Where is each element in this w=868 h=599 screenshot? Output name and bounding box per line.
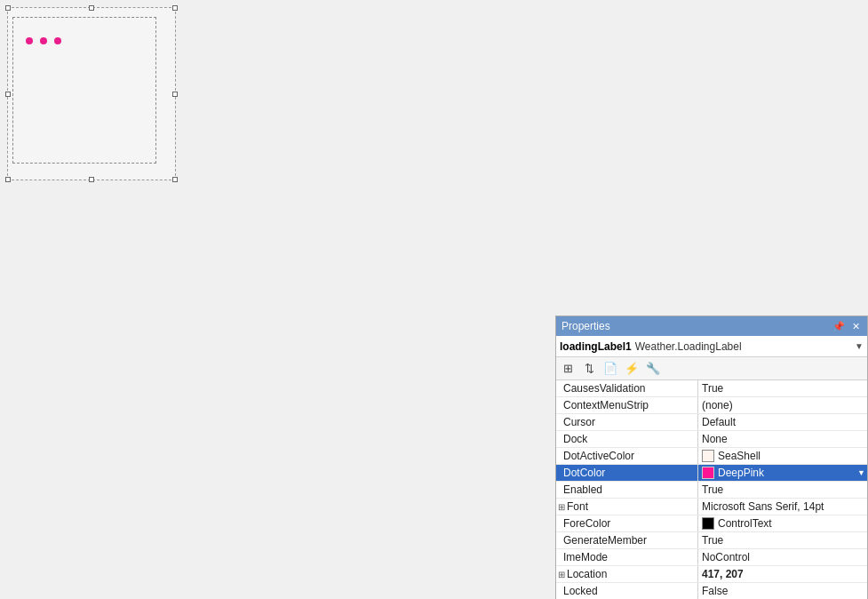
prop-row-forecolor[interactable]: ForeColor ControlText	[556, 515, 867, 532]
prop-name-forecolor: ForeColor	[556, 515, 698, 531]
prop-row-imemode[interactable]: ImeMode NoControl	[556, 549, 867, 566]
events-icon[interactable]: ⚡	[622, 359, 641, 379]
prop-value-forecolor: ControlText	[698, 515, 867, 531]
handle-bl[interactable]	[5, 177, 11, 182]
properties-table: CausesValidation True ContextMenuStrip (…	[556, 380, 867, 599]
panel-titlebar: Properties 📌 ✕	[556, 316, 867, 336]
prop-name-enabled: Enabled	[556, 482, 698, 498]
prop-value-imemode: NoControl	[698, 549, 867, 565]
component-name: loadingLabel1	[560, 340, 632, 353]
prop-name-cursor: Cursor	[556, 414, 698, 430]
prop-row-cursor[interactable]: Cursor Default	[556, 414, 867, 431]
handle-tr[interactable]	[172, 5, 178, 11]
dot-container	[26, 37, 61, 44]
wrench-icon[interactable]: 🔧	[643, 359, 663, 379]
prop-name-dotcolor: DotColor	[556, 465, 698, 481]
designer-canvas	[0, 0, 551, 599]
prop-row-dock[interactable]: Dock None	[556, 431, 867, 448]
handle-tm[interactable]	[89, 5, 94, 11]
component-type: Weather.LoadingLabel	[635, 340, 855, 353]
handle-br[interactable]	[172, 177, 178, 182]
prop-row-generatemember[interactable]: GenerateMember True	[556, 532, 867, 549]
prop-row-locked[interactable]: Locked False	[556, 583, 867, 599]
properties-panel: Properties 📌 ✕ loadingLabel1 Weather.Loa…	[555, 315, 868, 599]
prop-name-contextmenustrip: ContextMenuStrip	[556, 397, 698, 413]
prop-name-dock: Dock	[556, 431, 698, 447]
prop-value-generatemember: True	[698, 532, 867, 548]
font-expand-icon[interactable]: ⊞	[558, 502, 565, 512]
prop-name-causesvalidation: CausesValidation	[556, 380, 698, 396]
prop-name-generatemember: GenerateMember	[556, 532, 698, 548]
location-value: 417, 207	[702, 568, 744, 580]
prop-value-dotcolor: DeepPink ▼	[698, 465, 867, 481]
grid-icon[interactable]: ⊞	[558, 359, 577, 379]
dot-1	[26, 37, 33, 44]
prop-row-contextmenustrip[interactable]: ContextMenuStrip (none)	[556, 397, 867, 414]
prop-value-location: 417, 207	[698, 566, 867, 582]
prop-value-locked: False	[698, 583, 867, 599]
prop-value-enabled: True	[698, 482, 867, 498]
property-pages-icon[interactable]: 📄	[601, 359, 620, 379]
prop-value-contextmenustrip: (none)	[698, 397, 867, 413]
handle-bm[interactable]	[89, 177, 94, 182]
prop-value-font: Microsoft Sans Serif, 14pt	[698, 499, 867, 515]
handle-tl[interactable]	[5, 5, 11, 11]
dot-3	[54, 37, 61, 44]
pin-button[interactable]: 📌	[831, 321, 847, 332]
prop-row-dotactivecolor[interactable]: DotActiveColor SeaShell	[556, 448, 867, 465]
prop-row-location[interactable]: ⊞Location 417, 207	[556, 566, 867, 583]
prop-value-cursor: Default	[698, 414, 867, 430]
prop-name-dotactivecolor: DotActiveColor	[556, 448, 698, 464]
inner-selection	[12, 17, 156, 164]
component-dropdown-arrow[interactable]: ▼	[855, 341, 864, 351]
prop-name-imemode: ImeMode	[556, 549, 698, 565]
form-control[interactable]	[7, 7, 176, 180]
handle-ml[interactable]	[5, 92, 11, 97]
dotactivecolor-swatch	[702, 450, 714, 462]
prop-name-font: ⊞Font	[556, 499, 698, 515]
location-expand-icon[interactable]: ⊞	[558, 570, 565, 579]
prop-row-causesvalidation[interactable]: CausesValidation True	[556, 380, 867, 397]
titlebar-buttons: 📌 ✕	[831, 321, 862, 332]
close-button[interactable]: ✕	[850, 321, 862, 332]
dotcolor-dropdown-arrow[interactable]: ▼	[857, 468, 867, 477]
prop-row-font[interactable]: ⊞Font Microsoft Sans Serif, 14pt	[556, 499, 867, 515]
prop-value-causesvalidation: True	[698, 380, 867, 396]
sort-icon[interactable]: ⇅	[579, 359, 599, 379]
dotcolor-swatch	[702, 467, 714, 479]
prop-value-dotactivecolor: SeaShell	[698, 448, 867, 464]
prop-row-enabled[interactable]: Enabled True	[556, 482, 867, 499]
prop-name-locked: Locked	[556, 583, 698, 599]
handle-mr[interactable]	[172, 92, 178, 97]
prop-value-dock: None	[698, 431, 867, 447]
panel-title: Properties	[561, 320, 610, 332]
prop-row-dotcolor[interactable]: DotColor DeepPink ▼	[556, 465, 867, 482]
component-selector[interactable]: loadingLabel1 Weather.LoadingLabel ▼	[556, 336, 867, 357]
prop-name-location: ⊞Location	[556, 566, 698, 582]
forecolor-swatch	[702, 517, 714, 530]
dot-2	[40, 37, 47, 44]
panel-toolbar: ⊞ ⇅ 📄 ⚡ 🔧	[556, 357, 867, 380]
